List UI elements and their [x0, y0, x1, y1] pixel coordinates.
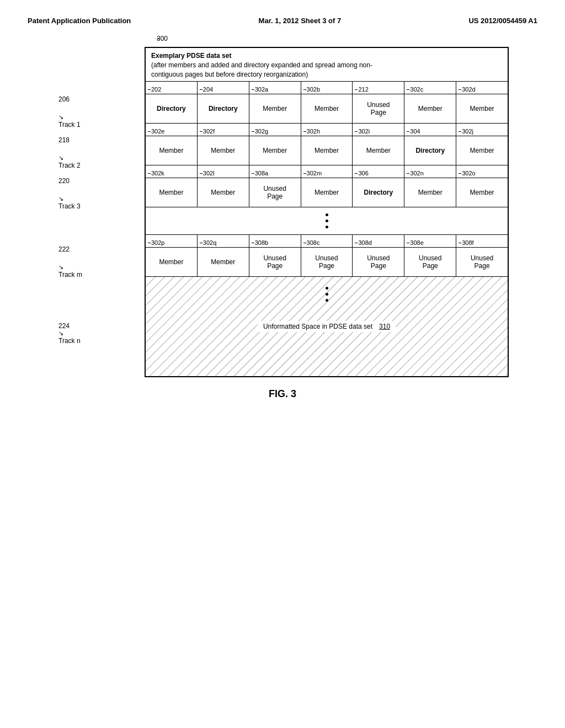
track3-data-row: Member Member UnusedPage Member Director…	[146, 178, 508, 207]
figure-label: FIG. 3	[56, 388, 509, 400]
track2-side: 218 ↘ Track 2	[56, 132, 100, 173]
t1r5: 302c	[404, 82, 456, 94]
header-right: US 2012/0054459 A1	[468, 17, 537, 25]
track1-ref-label-area: 206	[56, 91, 100, 103]
ref-300-label: 300	[157, 35, 168, 42]
t1d6: Member	[456, 94, 508, 123]
hatched-text: Unformatted Space in PDSE data set	[263, 323, 372, 330]
t1r0: 202	[146, 82, 198, 94]
t1r2: 302a	[249, 82, 301, 94]
track1-label-area: ↘ Track 1	[56, 103, 100, 132]
track2-data-row: Member Member Member Member Member Direc…	[146, 136, 508, 165]
side-labels: 206 ↘ Track 1 218 ↘ Track 2	[56, 47, 100, 348]
trackm-data-row: Member Member UnusedPage UnusedPage Unus…	[146, 248, 508, 277]
dots-separator-1	[146, 207, 508, 235]
trackm-side: 222 ↘ Track m	[56, 241, 100, 282]
trackn-side: 224 ↘ Track n	[56, 293, 100, 348]
track3-ref-row: 302k 302l 308a 302m 306 302n 302o	[146, 165, 508, 178]
header-left: Patent Application Publication	[28, 17, 131, 25]
t1d3: Member	[301, 94, 353, 123]
track-n-dots	[146, 277, 508, 302]
track2-ref-row: 302e 302f 302g 302h 302i 304 302j	[146, 124, 508, 136]
hatched-ref: 310	[379, 323, 390, 330]
diagram-container: 206 ↘ Track 1 218 ↘ Track 2	[56, 47, 509, 400]
t1r3: 302b	[301, 82, 353, 94]
track3-side: 220 ↘ Track 3	[56, 173, 100, 213]
patent-header: Patent Application Publication Mar. 1, 2…	[11, 11, 554, 30]
track-n-hatched: Unformatted Space in PDSE data set 310	[146, 277, 508, 376]
track3-name: Track 3	[58, 202, 100, 210]
trackn-name: Track n	[58, 337, 100, 345]
main-box: 300 Exemplary PDSE data set (after membe…	[145, 47, 509, 377]
trackm-ref-row: 302p 302q 308b 308c 308d 308e 308f	[146, 235, 508, 248]
t1d5: Member	[404, 94, 456, 123]
box-title-line3: contiguous pages but before directory re…	[151, 70, 502, 79]
t1d2: Member	[249, 94, 301, 123]
t1r1: 204	[198, 82, 249, 94]
trackm-num-label: 222	[58, 245, 70, 253]
track1-data-row: Directory Directory Member Member Unused…	[146, 94, 508, 124]
track2-num-label: 218	[58, 136, 70, 144]
box-title-line1: Exemplary PDSE data set	[151, 51, 502, 61]
box-title-line2: (after members and added and directory e…	[151, 61, 502, 70]
box-header: Exemplary PDSE data set (after members a…	[146, 48, 508, 82]
trackn-num-label: 224	[58, 322, 100, 330]
hatched-label-row: Unformatted Space in PDSE data set 310	[258, 321, 396, 332]
t1d4: UnusedPage	[353, 94, 404, 123]
header-center: Mar. 1, 2012 Sheet 3 of 7	[259, 17, 342, 25]
track1-num-label: 206	[58, 95, 70, 103]
t1d0: Directory	[146, 94, 198, 123]
track3-num-label: 220	[58, 177, 70, 185]
track1-ref-row: 202 204 302a 302b 212 302c 302d	[146, 82, 508, 94]
track1-name: Track 1	[58, 121, 100, 129]
t1r4: 212	[353, 82, 404, 94]
track2-name: Track 2	[58, 162, 100, 169]
t1d1: Directory	[198, 94, 249, 123]
t1r6: 302d	[456, 82, 508, 94]
trackm-name: Track m	[58, 271, 100, 279]
